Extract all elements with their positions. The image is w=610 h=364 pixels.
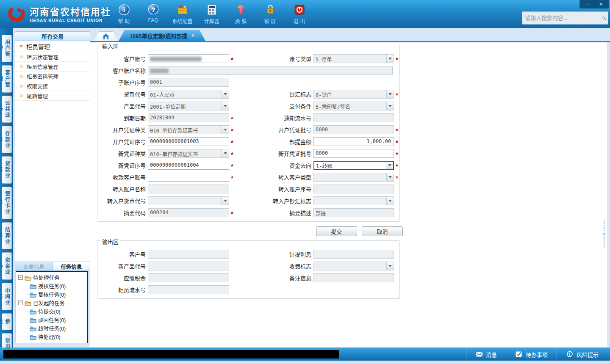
field-select[interactable]: 1-转账 xyxy=(313,161,394,170)
panel-collapse-handle[interactable]: ‹ xyxy=(602,220,607,247)
sidebar-header-tab[interactable]: 所有交易 xyxy=(15,31,90,41)
field-select: 5-凭印鉴/签名 xyxy=(313,102,394,110)
search-input[interactable] xyxy=(522,15,602,21)
input-area-fieldset: 输入区 客户账号*账号类型5-存单*客户账户名称子账户序号0001货币代号01-… xyxy=(97,45,400,222)
tab-transaction-info[interactable]: 交易信息 xyxy=(15,262,53,270)
menu-item-4[interactable]: 尾箱管理 xyxy=(15,91,90,101)
application-window: 河南省农村信用社 HENAN RURAL CREDIT UNION i帮 助?F… xyxy=(0,0,610,364)
field-input[interactable]: 0000000000001003 xyxy=(148,137,229,146)
tree-children: 授权任务(0)复核任务(0) xyxy=(24,281,87,298)
field-input[interactable]: 0000000000001004 xyxy=(148,161,229,170)
required-asterisk xyxy=(229,253,235,255)
field-input[interactable]: 0000 xyxy=(313,149,394,158)
field-value: 2001-单位定期 xyxy=(150,104,186,110)
field-input xyxy=(313,250,394,259)
required-asterisk: * xyxy=(229,54,235,63)
cancel-button[interactable]: 取消 xyxy=(362,226,403,236)
search-icon[interactable] xyxy=(602,14,606,23)
field-input[interactable] xyxy=(148,54,229,63)
side-tab-7[interactable]: 资金业务 xyxy=(2,252,12,280)
tree-leaf-1-3[interactable]: 待处理(0) xyxy=(24,332,87,341)
menu-item-1[interactable]: 柜员信息管理 xyxy=(15,62,90,72)
todo-icon xyxy=(515,351,523,358)
required-asterisk xyxy=(229,105,235,107)
task-tree-panel: −待处理任务授权任务(0)复核任务(0)−已发起的任务待提交(0)驳回任务(0)… xyxy=(16,271,88,343)
menu-group-teller-management[interactable]: 柜员管理 xyxy=(15,41,90,52)
field-label: 产品代号 xyxy=(100,102,146,110)
submit-button[interactable]: 提交 xyxy=(316,226,357,236)
status-item-message[interactable]: 消息 xyxy=(466,348,506,361)
toolbar-button-exit[interactable]: 退 出 xyxy=(285,3,314,25)
status-bar: 消息待办事项风险提示 xyxy=(0,347,610,361)
tree-leaf-1-1[interactable]: 驳回任务(0) xyxy=(24,315,87,324)
tree-connector xyxy=(25,286,28,286)
side-tab-0[interactable]: 用户管理 xyxy=(2,35,12,62)
field-select xyxy=(148,196,229,205)
minimize-button[interactable]: – xyxy=(582,1,593,7)
field-label: 新开凭证批号 xyxy=(265,149,311,157)
status-item-risk[interactable]: 风险提示 xyxy=(557,348,607,361)
menu-item-0[interactable]: 柜员状态管理 xyxy=(15,52,90,62)
toolbar-button-lock-screen[interactable]: 锁 屏 xyxy=(255,3,285,25)
input-area-row-9: 新凭证序号0000000000001004*资金去向1-转账* xyxy=(100,159,399,171)
side-tab-9[interactable]: 参数 xyxy=(2,313,12,330)
side-tab-6[interactable]: 结算业务 xyxy=(2,222,12,250)
close-button[interactable]: × xyxy=(596,1,606,7)
tree-parent-0[interactable]: −待处理任务 xyxy=(18,273,87,281)
side-tab-2[interactable]: 公共业务 xyxy=(2,96,12,123)
menu-item-2[interactable]: 柜员密码管理 xyxy=(15,72,90,81)
tree-leaf-0-0[interactable]: 授权任务(0) xyxy=(24,281,87,290)
side-tab-1[interactable]: 客户管理 xyxy=(2,65,12,93)
field-select xyxy=(313,196,394,205)
required-asterisk xyxy=(394,105,400,107)
dropdown-button[interactable] xyxy=(386,162,393,169)
tree-leaf-1-0[interactable]: 待提交(0) xyxy=(24,307,87,315)
tree-leaf-1-2[interactable]: 超时任务(0) xyxy=(24,324,87,332)
required-asterisk: * xyxy=(229,208,235,217)
menu-item-3[interactable]: 权限交接 xyxy=(15,81,90,91)
field-input[interactable] xyxy=(148,173,229,182)
tree-connector xyxy=(25,328,28,328)
input-area-legend: 输入区 xyxy=(100,42,120,50)
menu-item-label: 尾箱管理 xyxy=(27,92,48,100)
exit-icon xyxy=(293,3,306,16)
status-item-todo[interactable]: 待办事项 xyxy=(506,348,557,361)
toolbar-button-label: 锁 屏 xyxy=(264,17,276,25)
bullet-icon xyxy=(20,65,23,68)
bank-logo: 河南省农村信用社 HENAN RURAL CREDIT UNION xyxy=(7,4,111,23)
bullet-icon xyxy=(20,85,23,88)
folder-leaf-icon xyxy=(30,292,36,297)
tree-leaf-0-1[interactable]: 复核任务(0) xyxy=(24,290,87,298)
input-area-row-1: 客户账户名称 xyxy=(100,64,399,76)
tab-task-info[interactable]: 任务信息 xyxy=(53,262,90,270)
side-tab-4[interactable]: 贷款业务 xyxy=(2,156,12,184)
tree-expander-icon[interactable]: − xyxy=(18,301,23,305)
form-buttons: 提交 取消 xyxy=(97,226,403,236)
toolbar-button-help[interactable]: i帮 助 xyxy=(109,3,139,25)
redacted-value xyxy=(150,69,169,73)
active-transaction-tab[interactable]: 1095单位定期/通知部提 × xyxy=(119,30,205,41)
side-tab-3[interactable]: 存款业务 xyxy=(2,126,12,153)
tree-leaf-label: 授权任务(0) xyxy=(38,282,66,290)
field-input: 0000 xyxy=(313,125,394,134)
tab-close-icon[interactable]: × xyxy=(191,33,194,39)
header-bar: 河南省农村信用社 HENAN RURAL CREDIT UNION i帮 助?F… xyxy=(0,0,610,28)
side-tab-5[interactable]: 银行卡业务 xyxy=(2,187,12,219)
folder-leaf-icon xyxy=(30,334,36,339)
toolbar-button-calculator[interactable]: 计算器 xyxy=(197,3,226,25)
toolbar-button-change-skin[interactable]: 换 肤 xyxy=(226,3,255,25)
required-asterisk xyxy=(229,188,235,190)
required-asterisk xyxy=(394,117,400,119)
chevron-down-icon xyxy=(19,45,23,48)
side-tab-8[interactable]: 中间业务 xyxy=(2,283,12,310)
menu-item-label: 柜员信息管理 xyxy=(27,63,58,71)
tree-expander-icon[interactable]: − xyxy=(18,275,23,280)
required-asterisk xyxy=(229,265,235,267)
toolbar-button-system-config[interactable]: 系统配置 xyxy=(168,3,197,25)
tree-connector xyxy=(25,320,28,320)
home-tab[interactable] xyxy=(94,31,118,41)
bottom-strip xyxy=(0,361,610,364)
field-input[interactable]: 1,000.00 xyxy=(313,137,394,146)
tree-parent-1[interactable]: −已发起的任务 xyxy=(18,298,87,307)
toolbar-button-faq[interactable]: ?FAQ xyxy=(139,3,168,25)
